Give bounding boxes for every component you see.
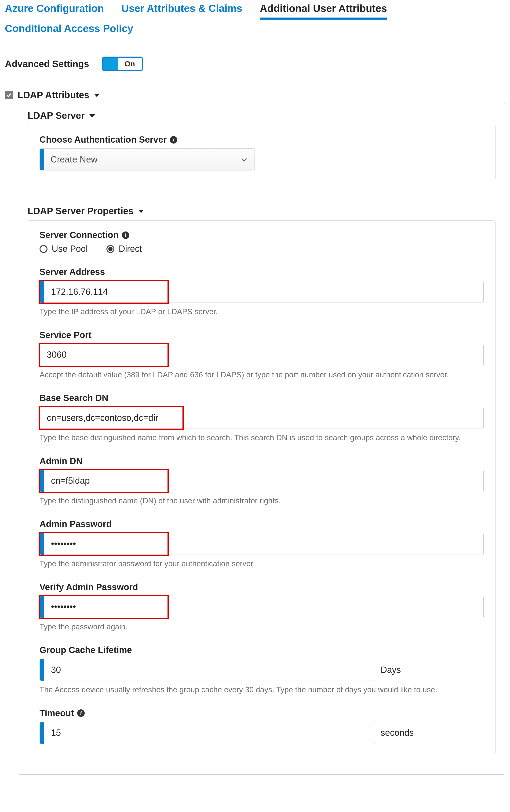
caret-down-icon [138, 209, 144, 213]
verify-password-label: Verify Admin Password [39, 582, 484, 592]
info-icon[interactable]: i [77, 709, 85, 717]
timeout-input[interactable] [44, 722, 374, 744]
service-port-input[interactable] [40, 344, 483, 366]
use-pool-label: Use Pool [52, 244, 88, 254]
advanced-settings-toggle[interactable]: On [102, 57, 143, 71]
caret-down-icon [93, 93, 100, 97]
admin-password-help: Type the administrator password for your… [39, 559, 484, 569]
choose-auth-server-label: Choose Authentication Server [39, 135, 167, 145]
group-cache-input[interactable] [44, 659, 374, 681]
chevron-down-icon [241, 154, 248, 164]
svg-marker-1 [89, 114, 95, 118]
group-cache-unit: Days [380, 665, 401, 675]
service-port-label: Service Port [39, 330, 484, 340]
admin-password-label: Admin Password [39, 519, 484, 529]
server-address-input[interactable] [44, 281, 483, 303]
info-icon[interactable]: i [122, 232, 130, 239]
timeout-label: Timeout [39, 708, 74, 718]
timeout-unit: seconds [380, 728, 414, 738]
server-connection-use-pool-radio[interactable]: Use Pool [39, 244, 88, 254]
server-address-label: Server Address [39, 267, 484, 277]
admin-password-input[interactable] [44, 533, 483, 554]
ldap-server-properties-title: LDAP Server Properties [28, 206, 134, 216]
choose-auth-server-select[interactable]: Create New [39, 148, 255, 171]
admin-dn-label: Admin DN [39, 456, 484, 466]
server-address-help: Type the IP address of your LDAP or LDAP… [39, 306, 484, 317]
admin-dn-help: Type the distinguished name (DN) of the … [39, 496, 484, 506]
tab-bar: Azure Configuration User Attributes & Cl… [0, 0, 510, 38]
ldap-attributes-title: LDAP Attributes [18, 90, 89, 100]
base-dn-label: Base Search DN [39, 393, 484, 403]
server-connection-direct-radio[interactable]: Direct [107, 244, 142, 254]
svg-marker-0 [94, 94, 100, 97]
verify-password-help: Type the password again. [39, 622, 484, 632]
verify-password-input[interactable] [44, 596, 483, 618]
group-cache-help: The Access device usually refreshes the … [39, 685, 484, 695]
tab-additional-user-attributes[interactable]: Additional User Attributes [260, 3, 387, 20]
caret-down-icon [89, 113, 95, 118]
ldap-attributes-header[interactable]: LDAP Attributes [5, 90, 505, 100]
server-connection-label: Server Connection [39, 230, 119, 240]
ldap-server-header[interactable]: LDAP Server [28, 110, 495, 121]
toggle-state: On [118, 58, 142, 70]
tab-user-attributes-claims[interactable]: User Attributes & Claims [121, 3, 243, 18]
svg-marker-2 [138, 210, 144, 213]
info-icon[interactable]: i [170, 136, 177, 144]
base-dn-input[interactable] [40, 407, 483, 428]
group-cache-label: Group Cache Lifetime [39, 645, 484, 655]
base-dn-help: Type the base distinguished name from wh… [39, 432, 484, 443]
ldap-server-properties-header[interactable]: LDAP Server Properties [28, 206, 495, 216]
advanced-settings-label: Advanced Settings [5, 59, 89, 69]
ldap-attributes-checkbox[interactable] [5, 91, 13, 99]
service-port-help: Accept the default value (389 for LDAP a… [39, 370, 484, 380]
admin-dn-input[interactable] [44, 470, 483, 492]
ldap-server-title: LDAP Server [28, 110, 85, 121]
tab-conditional-access-policy[interactable]: Conditional Access Policy [5, 23, 133, 38]
choose-auth-server-value: Create New [44, 154, 241, 164]
tab-azure-configuration[interactable]: Azure Configuration [5, 3, 104, 18]
direct-label: Direct [119, 244, 142, 254]
